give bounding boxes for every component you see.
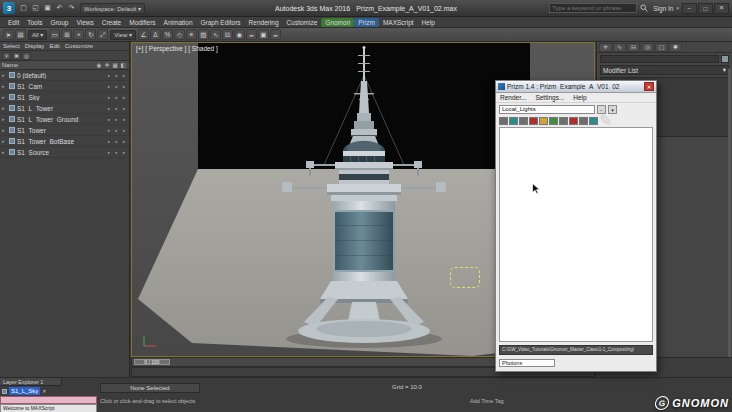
rendered-frame-icon[interactable]: ▣ <box>258 29 269 40</box>
pass-type-field[interactable]: Photons <box>499 359 555 367</box>
menu-item-maxscript[interactable]: MAXScript <box>379 18 418 27</box>
prizm-menu-render[interactable]: Render... <box>500 94 526 101</box>
add-time-tag[interactable]: Add Time Tag <box>470 398 504 404</box>
search-icon[interactable] <box>640 4 650 13</box>
time-slider-handle[interactable]: 0 / 100 <box>134 359 170 365</box>
expand-arrow-icon[interactable]: ▸ <box>2 116 7 122</box>
redo-icon[interactable]: ↷ <box>66 3 77 14</box>
explorer-menu-select[interactable]: Select <box>3 43 20 49</box>
reference-coordinate-dropdown[interactable]: View ▾ <box>110 30 136 40</box>
motion-tab-icon[interactable]: ◎ <box>641 43 654 52</box>
window-crossing-icon[interactable]: ⊞ <box>61 29 72 40</box>
object-name-field[interactable] <box>600 55 719 63</box>
layer-toggles[interactable]: ● ● ● <box>108 84 127 89</box>
layer-toggles[interactable]: ● ● ● <box>108 117 127 122</box>
minimize-button[interactable]: − <box>682 3 697 14</box>
prizm-tool-icon-3[interactable] <box>529 117 538 125</box>
layer-row[interactable]: ▸S1_Sky● ● ● <box>0 92 129 103</box>
visibility-column-icon[interactable]: ◉ <box>95 62 103 68</box>
close-button[interactable]: ✕ <box>714 3 729 14</box>
command-panel-scrollbar[interactable] <box>728 68 731 371</box>
create-layer-icon[interactable]: ✛ <box>2 52 11 60</box>
prizm-tool-icon-9[interactable] <box>589 117 598 125</box>
menu-item-prizm[interactable]: Prizm <box>354 18 379 27</box>
explorer-menu-edit[interactable]: Edit <box>49 43 59 49</box>
viewport-label[interactable]: [+] [ Perspective ] [ Shaded ] <box>136 45 218 52</box>
maxscript-listener-line[interactable]: Welcome to MAXScript <box>0 404 97 412</box>
layer-row[interactable]: ▸S1_Source● ● ● <box>0 147 129 158</box>
freeze-column-icon[interactable]: ❄ <box>103 62 111 68</box>
menu-item-edit[interactable]: Edit <box>4 18 23 27</box>
select-and-rotate-icon[interactable]: ↻ <box>85 29 96 40</box>
display-tab-icon[interactable]: ▢ <box>655 43 668 52</box>
layer-explorer-tab[interactable]: Layer Explorer 1 <box>0 378 62 386</box>
layer-toggles[interactable]: ● ● ● <box>108 106 127 111</box>
app-logo-icon[interactable]: 3 <box>3 2 15 14</box>
prizm-pass-tree[interactable] <box>499 127 653 342</box>
prizm-tool-icon-4[interactable] <box>539 117 548 125</box>
layer-manager-icon[interactable]: ▧ <box>198 29 209 40</box>
selection-filter-dropdown[interactable]: All ▾ <box>28 30 47 40</box>
prizm-menu-settings[interactable]: Settings... <box>535 94 564 101</box>
curve-editor-icon[interactable]: ∿ <box>210 29 221 40</box>
explorer-menu-customize[interactable]: Customize <box>65 43 93 49</box>
percent-snap-icon[interactable]: % <box>162 29 173 40</box>
prizm-tool-icon-7[interactable] <box>569 117 578 125</box>
select-and-scale-icon[interactable]: ⤢ <box>97 29 108 40</box>
modify-tab-icon[interactable]: ∿ <box>613 43 626 52</box>
layer-row[interactable]: ▸S1_L_Tower● ● ● <box>0 103 129 114</box>
delete-layer-icon[interactable]: ✖ <box>12 52 21 60</box>
render-production-icon[interactable]: ☕ <box>270 29 281 40</box>
angle-snap-icon[interactable]: Δ <box>150 29 161 40</box>
layer-toggles[interactable]: ● ● ● <box>108 150 127 155</box>
align-icon[interactable]: ≡ <box>186 29 197 40</box>
expand-arrow-icon[interactable]: ▸ <box>2 94 7 100</box>
close-icon[interactable]: ✕ <box>42 388 46 394</box>
utilities-tab-icon[interactable]: ✱ <box>669 43 682 52</box>
layer-toggles[interactable]: ● ● ● <box>108 128 127 133</box>
close-button[interactable]: ✕ <box>644 82 654 91</box>
search-input[interactable] <box>549 3 637 13</box>
rectangular-selection-icon[interactable]: ▭ <box>49 29 60 40</box>
select-object-icon[interactable]: ➤ <box>3 29 14 40</box>
prizm-tool-icon-6[interactable] <box>559 117 568 125</box>
menu-item-create[interactable]: Create <box>98 18 126 27</box>
prizm-menu-help[interactable]: Help <box>573 94 586 101</box>
prizm-tool-icon-2[interactable] <box>519 117 528 125</box>
menu-item-gnomon[interactable]: Gnomon <box>321 18 354 27</box>
modifier-list-dropdown[interactable]: Modifier List ▾ <box>600 65 729 75</box>
expand-arrow-icon[interactable]: ▸ <box>2 72 7 78</box>
layer-toggles[interactable]: ● ● ● <box>108 95 127 100</box>
save-file-icon[interactable]: ▣ <box>42 3 53 14</box>
layer-row[interactable]: ▸S1_Tower_BotBase● ● ● <box>0 136 129 147</box>
material-editor-icon[interactable]: ◉ <box>234 29 245 40</box>
hierarchy-tab-icon[interactable]: ⊟ <box>627 43 640 52</box>
name-column-header[interactable]: Name <box>2 62 18 68</box>
search-icon[interactable]: ◎ <box>22 52 31 60</box>
menu-item-rendering[interactable]: Rendering <box>245 18 283 27</box>
prizm-window[interactable]: Prizm 1.4 : Prizm_Example_A_V01_02 ✕ Ren… <box>495 80 657 372</box>
open-file-icon[interactable]: ◱ <box>30 3 41 14</box>
expand-arrow-icon[interactable]: ▸ <box>2 138 7 144</box>
snap-toggle-icon[interactable]: ∠ <box>138 29 149 40</box>
menu-item-help[interactable]: Help <box>418 18 439 27</box>
menu-item-views[interactable]: Views <box>72 18 97 27</box>
menu-item-graph-editors[interactable]: Graph Editors <box>197 18 245 27</box>
maximize-button[interactable]: □ <box>698 3 713 14</box>
layer-toggles[interactable]: ● ● ● <box>108 139 127 144</box>
output-path-field[interactable]: C:\GW_Video_Tutorials\Gnomon_Master_Clas… <box>499 345 653 355</box>
menu-item-customize[interactable]: Customize <box>283 18 322 27</box>
menu-item-group[interactable]: Group <box>46 18 72 27</box>
schematic-view-icon[interactable]: ⊟ <box>222 29 233 40</box>
sign-in-button[interactable]: Sign In <box>653 5 673 12</box>
undo-icon[interactable]: ↶ <box>54 3 65 14</box>
prizm-tool-icon-0[interactable] <box>499 117 508 125</box>
select-and-move-icon[interactable]: ⌖ <box>73 29 84 40</box>
layer-row[interactable]: ▸S1_Cam● ● ● <box>0 81 129 92</box>
mirror-icon[interactable]: ◇ <box>174 29 185 40</box>
explorer-column-header[interactable]: Name ◉❄▦◧ <box>0 61 129 70</box>
color-column-icon[interactable]: ◧ <box>119 62 127 68</box>
render-setup-icon[interactable]: ☕ <box>246 29 257 40</box>
layer-row[interactable]: ▸S1_Tower● ● ● <box>0 125 129 136</box>
object-color-swatch[interactable] <box>721 55 729 63</box>
